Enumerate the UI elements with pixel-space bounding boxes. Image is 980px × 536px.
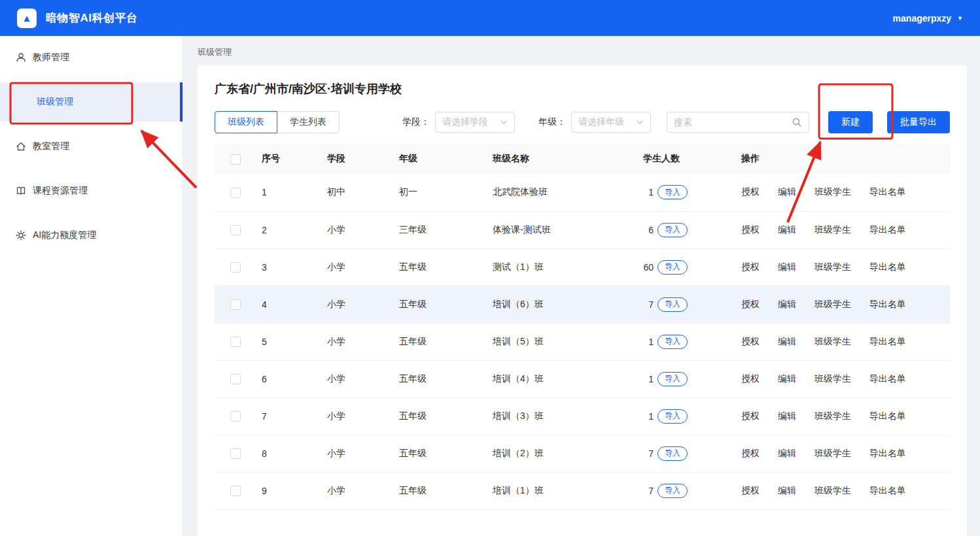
- cell-stage: 初中: [322, 174, 394, 211]
- cell-class-name: 测试（1）班: [487, 248, 638, 286]
- action-class-students[interactable]: 班级学生: [814, 448, 851, 458]
- cell-class-name: 培训（5）班: [487, 323, 638, 360]
- grade-select[interactable]: 请选择年级: [571, 112, 651, 133]
- gear-icon: [16, 230, 26, 241]
- row-checkbox[interactable]: [230, 337, 241, 347]
- import-button[interactable]: 导入: [657, 335, 688, 349]
- tab-class-list[interactable]: 班级列表: [215, 111, 277, 133]
- import-button[interactable]: 导入: [657, 297, 688, 312]
- action-export-roster[interactable]: 导出名单: [869, 373, 906, 384]
- list-tabs: 班级列表 学生列表: [215, 111, 340, 133]
- action-class-students[interactable]: 班级学生: [814, 299, 851, 309]
- stage-select[interactable]: 请选择学段: [435, 112, 515, 133]
- cell-student-count: 60: [643, 262, 654, 273]
- action-edit[interactable]: 编辑: [778, 299, 796, 309]
- action-edit[interactable]: 编辑: [778, 410, 796, 421]
- action-class-students[interactable]: 班级学生: [814, 373, 851, 384]
- create-button[interactable]: 新建: [828, 111, 873, 133]
- batch-export-button[interactable]: 批量导出: [887, 111, 950, 133]
- action-class-students[interactable]: 班级学生: [814, 485, 851, 495]
- logo-triangle-icon: ▲: [22, 13, 32, 23]
- sidebar-item-ai-quota-management[interactable]: AI能力额度管理: [0, 216, 183, 255]
- sidebar-item-course-resources[interactable]: 课程资源管理: [0, 171, 183, 210]
- action-export-roster[interactable]: 导出名单: [869, 224, 906, 235]
- cell-stage: 小学: [322, 286, 394, 323]
- table-row: 4 小学 五年级 培训（6）班 7 导入 授权 编辑 班级学生 导出名单: [215, 286, 950, 323]
- row-checkbox[interactable]: [230, 188, 241, 198]
- action-class-students[interactable]: 班级学生: [814, 224, 851, 235]
- action-export-roster[interactable]: 导出名单: [869, 336, 906, 346]
- action-class-students[interactable]: 班级学生: [814, 261, 851, 272]
- cell-student-count: 1: [643, 337, 654, 347]
- action-authorize[interactable]: 授权: [741, 410, 760, 421]
- action-class-students[interactable]: 班级学生: [814, 410, 851, 421]
- school-title: 广东省/广州市/南沙区·培训专用学校: [215, 81, 950, 97]
- cell-student-count: 7: [643, 299, 654, 310]
- action-edit[interactable]: 编辑: [778, 336, 796, 346]
- cell-grade: 初一: [394, 174, 487, 211]
- action-export-roster[interactable]: 导出名单: [869, 485, 906, 495]
- sidebar-item-teacher-management[interactable]: 教师管理: [0, 38, 183, 77]
- import-button[interactable]: 导入: [657, 409, 688, 424]
- action-authorize[interactable]: 授权: [741, 186, 760, 197]
- import-button[interactable]: 导入: [657, 260, 688, 275]
- import-button[interactable]: 导入: [657, 372, 688, 386]
- cell-grade: 五年级: [394, 472, 487, 509]
- action-authorize[interactable]: 授权: [741, 224, 760, 235]
- row-checkbox[interactable]: [230, 448, 241, 459]
- class-table: 序号 学段 年级 班级名称 学生人数 操作 1 初中 初一 北武院体验班 1 导…: [215, 144, 950, 510]
- search-input[interactable]: [674, 117, 792, 127]
- row-checkbox[interactable]: [230, 262, 241, 273]
- row-checkbox[interactable]: [230, 225, 241, 235]
- action-export-roster[interactable]: 导出名单: [869, 299, 906, 309]
- action-class-students[interactable]: 班级学生: [814, 186, 851, 197]
- cell-grade: 五年级: [394, 323, 487, 360]
- tab-student-list[interactable]: 学生列表: [277, 111, 340, 133]
- row-checkbox[interactable]: [230, 374, 241, 384]
- action-edit[interactable]: 编辑: [778, 261, 796, 272]
- action-edit[interactable]: 编辑: [778, 485, 796, 495]
- cell-index: 8: [256, 435, 322, 472]
- sidebar-item-class-management[interactable]: 班级管理: [0, 82, 183, 122]
- cell-student-count: 1: [643, 411, 654, 422]
- cell-index: 2: [256, 211, 322, 248]
- action-edit[interactable]: 编辑: [778, 224, 796, 235]
- action-edit[interactable]: 编辑: [778, 186, 796, 197]
- action-edit[interactable]: 编辑: [778, 373, 796, 384]
- row-checkbox[interactable]: [230, 411, 241, 422]
- row-checkbox[interactable]: [230, 486, 241, 496]
- action-authorize[interactable]: 授权: [741, 373, 760, 384]
- action-export-roster[interactable]: 导出名单: [869, 448, 906, 458]
- import-button[interactable]: 导入: [657, 223, 688, 237]
- action-export-roster[interactable]: 导出名单: [869, 261, 906, 272]
- col-class-name: 班级名称: [487, 144, 638, 174]
- sidebar-item-classroom-management[interactable]: 教室管理: [0, 127, 183, 166]
- action-authorize[interactable]: 授权: [741, 336, 760, 346]
- action-authorize[interactable]: 授权: [741, 448, 760, 458]
- row-actions: 授权 编辑 班级学生 导出名单: [736, 174, 950, 211]
- action-edit[interactable]: 编辑: [778, 448, 796, 458]
- select-all-checkbox[interactable]: [230, 154, 241, 165]
- action-export-roster[interactable]: 导出名单: [869, 186, 906, 197]
- action-export-roster[interactable]: 导出名单: [869, 410, 906, 421]
- action-authorize[interactable]: 授权: [741, 485, 760, 495]
- sidebar-item-label: 教师管理: [33, 52, 69, 63]
- action-authorize[interactable]: 授权: [741, 261, 760, 272]
- cell-stage: 小学: [322, 397, 394, 435]
- import-button[interactable]: 导入: [657, 484, 688, 498]
- table-row: 1 初中 初一 北武院体验班 1 导入 授权 编辑 班级学生 导出名单: [215, 174, 950, 211]
- action-class-students[interactable]: 班级学生: [814, 336, 851, 346]
- user-menu[interactable]: managerpxzy ▼: [893, 13, 963, 24]
- chevron-down-icon: ▼: [957, 15, 963, 22]
- row-checkbox[interactable]: [230, 299, 241, 310]
- table-row: 5 小学 五年级 培训（5）班 1 导入 授权 编辑 班级学生 导出名单: [215, 323, 950, 360]
- sidebar-item-label: 课程资源管理: [33, 185, 88, 197]
- table-row: 3 小学 五年级 测试（1）班 60 导入 授权 编辑 班级学生 导出名单: [215, 248, 950, 286]
- cell-grade: 五年级: [394, 248, 487, 286]
- action-authorize[interactable]: 授权: [741, 299, 760, 309]
- sidebar-item-label: 教室管理: [33, 141, 69, 152]
- cell-student-count: 1: [643, 187, 654, 197]
- import-button[interactable]: 导入: [657, 185, 688, 199]
- stage-select-value: 请选择学段: [442, 116, 488, 128]
- import-button[interactable]: 导入: [657, 446, 688, 461]
